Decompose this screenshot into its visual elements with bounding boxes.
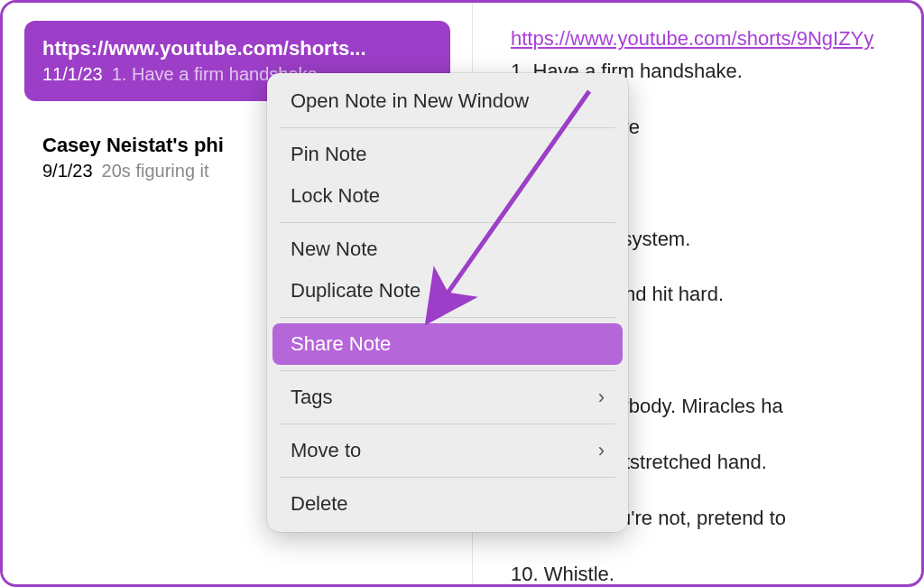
menu-pin-note[interactable]: Pin Note xyxy=(273,134,623,175)
menu-separator xyxy=(280,222,615,223)
note-date: 9/1/23 xyxy=(42,161,93,182)
menu-separator xyxy=(280,477,615,478)
note-preview: 20s figuring it xyxy=(102,161,209,182)
chevron-right-icon: › xyxy=(598,439,605,462)
menu-label: Tags xyxy=(291,386,332,409)
context-menu: Open Note in New Window Pin Note Lock No… xyxy=(267,73,628,532)
menu-label: Share Note xyxy=(291,332,391,356)
menu-separator xyxy=(280,127,615,128)
menu-separator xyxy=(280,424,615,424)
menu-label: Pin Note xyxy=(291,143,366,166)
note-text-line: 10. Whistle. xyxy=(511,560,916,587)
menu-separator xyxy=(280,317,615,318)
menu-label: Open Note in New Window xyxy=(291,89,529,113)
menu-new-note[interactable]: New Note xyxy=(273,228,623,270)
menu-separator xyxy=(280,370,615,371)
menu-tags[interactable]: Tags › xyxy=(273,377,623,418)
note-title: https://www.youtube.com/shorts... xyxy=(42,37,432,61)
menu-move-to[interactable]: Move to › xyxy=(273,430,623,471)
menu-open-new-window[interactable]: Open Note in New Window xyxy=(273,80,623,122)
menu-label: Move to xyxy=(291,439,361,462)
menu-duplicate-note[interactable]: Duplicate Note xyxy=(273,270,623,312)
chevron-right-icon: › xyxy=(598,386,605,409)
menu-label: New Note xyxy=(291,238,378,261)
menu-delete[interactable]: Delete xyxy=(273,483,623,525)
menu-lock-note[interactable]: Lock Note xyxy=(273,175,623,217)
menu-label: Duplicate Note xyxy=(291,279,420,303)
note-date: 11/1/23 xyxy=(42,64,103,85)
menu-label: Lock Note xyxy=(291,184,380,208)
note-link[interactable]: https://www.youtube.com/shorts/9NgIZYy xyxy=(511,27,873,50)
menu-label: Delete xyxy=(291,492,348,516)
menu-share-note[interactable]: Share Note xyxy=(273,323,623,365)
